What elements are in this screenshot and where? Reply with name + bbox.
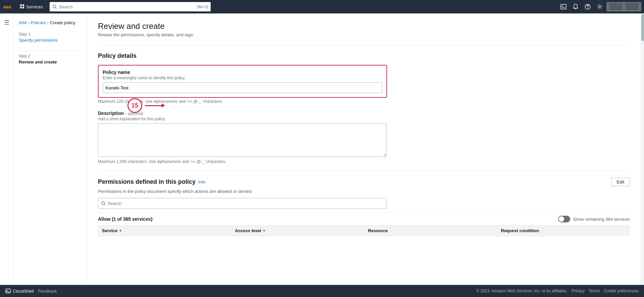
permissions-info-link[interactable]: Info (198, 179, 206, 184)
sidebar-toggle: ☰ (0, 13, 13, 285)
step1-label: Step 1 (19, 32, 82, 37)
policy-name-sublabel: Enter a meaningful name to identify this… (103, 76, 382, 80)
service-sort-icon[interactable]: ▼ (119, 229, 122, 232)
help-icon-btn[interactable] (582, 1, 593, 12)
svg-point-5 (53, 5, 56, 8)
svg-point-12 (102, 202, 105, 205)
search-input[interactable] (59, 4, 197, 9)
svg-rect-3 (20, 7, 22, 8)
steps-sidebar: IAM › Policies › Create policy Step 1 Sp… (13, 13, 87, 285)
services-label: Services (26, 4, 43, 9)
cloudshell-footer-icon (5, 288, 11, 294)
permissions-search-bar[interactable] (98, 198, 386, 209)
privacy-link[interactable]: Privacy (572, 289, 585, 293)
policy-details-title: Policy details (98, 52, 630, 59)
edit-button[interactable]: Edit (611, 178, 630, 186)
access-sort-icon[interactable]: ▼ (263, 229, 266, 232)
grid-icon (20, 4, 25, 9)
feedback-button[interactable]: Feedback (38, 289, 57, 294)
toggle-group: Show remaining 384 services (558, 216, 630, 222)
annotation-arrow (145, 103, 165, 108)
policy-name-input[interactable] (103, 82, 382, 93)
top-navigation: aws Services [Alt+S] (0, 0, 644, 13)
th-request-condition: Request condition (497, 228, 630, 233)
policy-name-label: Policy name (103, 70, 382, 75)
page-title: Review and create (98, 22, 630, 31)
annotation-circle: 15 (127, 98, 142, 113)
hamburger-button[interactable]: ☰ (3, 17, 11, 28)
terms-link[interactable]: Terms (589, 289, 600, 293)
desc-sublabel: Add a short explanation for this policy. (98, 117, 630, 121)
step-1: Step 1 Specify permissions (19, 32, 82, 43)
step2-label: Step 2 (19, 54, 82, 58)
services-menu-button[interactable]: Services (17, 3, 46, 11)
footer-left: CloudShell Feedback (5, 288, 57, 294)
table-header: Service ▼ Access level ▼ Resource Reques… (98, 225, 630, 236)
right-scrollbar[interactable] (641, 13, 644, 285)
svg-rect-1 (20, 4, 22, 6)
cloudshell-footer-button[interactable]: CloudShell (5, 288, 34, 294)
breadcrumb-policies[interactable]: Policies (31, 20, 46, 25)
desc-label: Description (98, 111, 124, 116)
permissions-search-icon (101, 201, 106, 206)
svg-text:aws: aws (3, 5, 11, 9)
policy-description-textarea[interactable] (98, 123, 386, 157)
annotation-15: 15 (127, 98, 165, 113)
breadcrumb-current: Create policy (50, 20, 75, 25)
settings-icon-btn[interactable] (594, 1, 605, 12)
search-icon (52, 4, 57, 9)
permissions-search-input[interactable] (108, 201, 383, 206)
step1-link[interactable]: Specify permissions (19, 38, 58, 43)
permissions-header: Permissions defined in this policy Info … (98, 178, 630, 186)
search-bar[interactable]: [Alt+S] (50, 2, 211, 11)
svg-rect-4 (22, 7, 24, 8)
svg-line-6 (55, 8, 57, 9)
breadcrumb-sep1: › (28, 20, 29, 25)
search-hotkey: [Alt+S] (197, 5, 208, 9)
remaining-services-toggle[interactable] (558, 216, 570, 222)
cookie-preferences-link[interactable]: Cookie preferences (604, 289, 639, 293)
permissions-title: Permissions defined in this policy (98, 178, 196, 185)
svg-rect-2 (22, 4, 24, 6)
footer: CloudShell Feedback © 2023, Amazon Web S… (0, 285, 644, 297)
footer-right: © 2023, Amazon Web Services, Inc. or its… (476, 289, 639, 293)
permissions-section: Permissions defined in this policy Info … (98, 178, 630, 236)
allow-label: Allow (1 of 385 services) (98, 216, 153, 222)
footer-copyright: © 2023, Amazon Web Services, Inc. or its… (476, 289, 568, 293)
svg-point-10 (587, 8, 588, 8)
breadcrumb-sep2: › (47, 20, 48, 25)
policy-description-field: Description - optional Add a short expla… (98, 111, 630, 164)
permissions-description: Permissions in the policy document speci… (98, 189, 630, 194)
page-subtitle: Review the permissions, specify details,… (98, 32, 630, 37)
desc-hint: Maximum 1,000 characters. Use alphanumer… (98, 159, 630, 164)
policy-name-field: Policy name Enter a meaningful name to i… (98, 65, 630, 104)
th-service: Service ▼ (98, 228, 231, 233)
step2-active: Review and create (19, 59, 57, 65)
user-menu-button[interactable] (606, 2, 641, 11)
policy-name-hint: Maximum 128 characters. Use alphanumeric… (98, 99, 630, 104)
cloudshell-icon-btn[interactable] (558, 1, 569, 12)
svg-line-13 (104, 204, 106, 206)
th-resource: Resource (364, 228, 497, 233)
svg-rect-14 (6, 289, 10, 293)
permissions-title-group: Permissions defined in this policy Info (98, 178, 206, 185)
th-access-level: Access level ▼ (231, 228, 364, 233)
scrollbar-thumb[interactable] (641, 14, 644, 41)
svg-point-11 (599, 6, 601, 8)
policy-name-highlight-box: Policy name Enter a meaningful name to i… (98, 65, 387, 98)
policy-details-section: Policy details 15 Policy name Enter a me… (98, 52, 630, 164)
main-content: Review and create Review the permissions… (87, 13, 641, 285)
notifications-icon-btn[interactable] (570, 1, 581, 12)
aws-logo[interactable]: aws (3, 3, 15, 11)
breadcrumb: IAM › Policies › Create policy (19, 20, 82, 25)
allow-row: Allow (1 of 385 services) Show remaining… (98, 213, 630, 225)
toggle-label: Show remaining 384 services (573, 217, 630, 222)
nav-icons (558, 1, 641, 12)
step-2: Step 2 Review and create (19, 54, 82, 65)
breadcrumb-iam[interactable]: IAM (19, 20, 26, 25)
